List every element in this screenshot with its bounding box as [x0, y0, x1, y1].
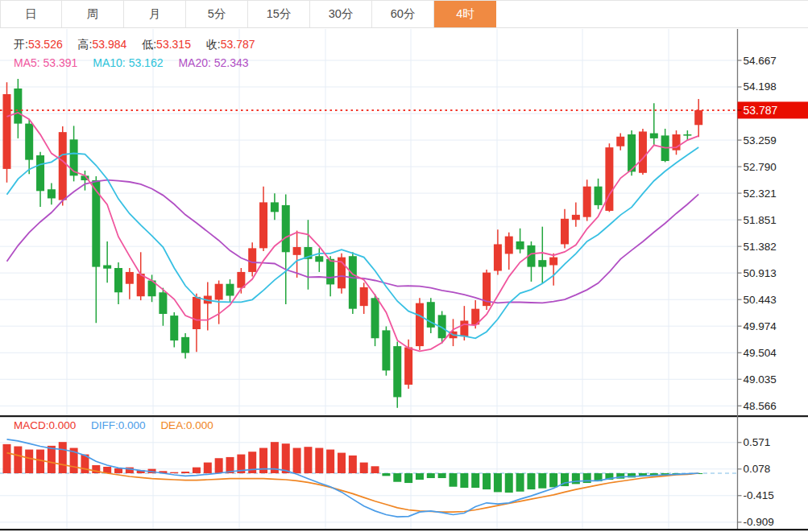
candle-body: [494, 244, 502, 270]
low-label: 低:: [142, 38, 156, 51]
candle-body: [114, 268, 122, 292]
candle-body: [360, 287, 368, 306]
candle-body: [683, 134, 691, 136]
ma5-value: 53.391: [44, 56, 78, 69]
macd-value: 0.000: [49, 419, 77, 431]
macd-axis-labels: 0.5710.078-0.415-0.909: [738, 436, 774, 528]
macd-bar: [59, 442, 67, 473]
candle-body: [371, 298, 379, 338]
candle-body: [126, 272, 134, 284]
ma10-label: MA10:: [93, 56, 125, 69]
macd-bar: [114, 468, 122, 473]
candle-body: [404, 348, 412, 385]
candle-body: [3, 94, 11, 169]
candle-body: [349, 256, 357, 308]
macd-bar: [471, 473, 479, 488]
chart-canvas[interactable]: 54.66754.19853.25952.79052.32151.85151.3…: [0, 0, 808, 532]
candle-body: [315, 256, 323, 262]
macd-bar: [282, 443, 290, 473]
macd-bar: [404, 473, 412, 483]
candle-body: [516, 241, 524, 250]
candle-body: [572, 215, 580, 220]
candle-body: [650, 134, 658, 138]
macd-bar: [494, 473, 502, 492]
ma5-line: [7, 113, 699, 352]
candle-body: [595, 187, 603, 205]
ma20-value: 52.343: [214, 56, 249, 69]
price-tick-label: 50.443: [744, 294, 777, 306]
candle-body: [326, 259, 334, 285]
candle-body: [616, 137, 624, 146]
macd-tick-label: -0.415: [744, 489, 774, 501]
macd-bar: [48, 446, 56, 473]
candle-body: [393, 346, 401, 397]
price-tick-label: 49.504: [744, 347, 777, 359]
macd-bar: [538, 473, 546, 489]
open-value: 53.526: [28, 38, 63, 51]
macd-bar: [416, 473, 424, 480]
candle-body: [226, 284, 234, 296]
price-tick-label: 51.851: [744, 214, 777, 226]
macd-bar: [181, 472, 189, 473]
macd-bar: [382, 473, 390, 476]
macd-bar: [505, 473, 513, 493]
macd-bar: [25, 450, 33, 473]
macd-bar: [193, 468, 201, 473]
macd-bar: [371, 466, 379, 473]
candle-body: [416, 303, 424, 346]
candle-body: [271, 202, 279, 212]
candle-body: [159, 292, 167, 314]
candle-body: [25, 124, 33, 160]
ma20-label: MA20:: [178, 56, 210, 69]
candle-body: [70, 139, 78, 175]
ohlc-legend: 开:53.526 高:53.984 低:53.315 收:53.787: [14, 38, 255, 52]
price-tick-label: 48.566: [744, 400, 777, 412]
macd-bar: [572, 473, 580, 484]
macd-legend: MACD:0.000 DIFF:0.000 DEA:0.000: [14, 419, 213, 431]
price-tick-label: 51.382: [744, 241, 777, 253]
candle-body: [282, 205, 290, 252]
close-label: 收:: [206, 38, 221, 51]
macd-bar: [3, 444, 11, 473]
candle-body: [460, 320, 468, 336]
macd-bar: [170, 472, 178, 473]
macd-bar: [549, 473, 557, 487]
macd-tick-label: 0.078: [744, 463, 771, 475]
macd-tick-label: 0.571: [744, 436, 771, 448]
macd-bar: [315, 448, 323, 473]
price-tick-label: 53.259: [744, 134, 777, 146]
macd-bar: [438, 473, 446, 478]
macd-bar: [427, 473, 435, 478]
candle-body: [181, 337, 189, 353]
price-tick-label: 52.790: [744, 161, 777, 173]
macd-bar: [338, 453, 346, 473]
macd-bar: [360, 463, 368, 473]
candle-body: [505, 237, 513, 254]
macd-bar: [326, 450, 334, 473]
macd-bar: [483, 473, 491, 489]
candle-body: [382, 330, 390, 370]
high-value: 53.984: [93, 38, 127, 51]
price-tick-label: 49.035: [744, 373, 777, 386]
macd-bar: [393, 473, 401, 482]
current-price-tag: 53.787: [738, 101, 808, 118]
candle-body: [59, 132, 67, 200]
price-tick-label: 49.974: [744, 320, 777, 332]
price-tick-label: 54.198: [744, 80, 777, 93]
panel-separator: [0, 415, 808, 417]
diff-label: DIFF:: [91, 419, 118, 431]
candle-body: [215, 284, 223, 300]
macd-bar: [293, 448, 301, 473]
candle-body: [583, 187, 591, 217]
candle-body: [561, 219, 569, 245]
high-label: 高:: [78, 38, 93, 51]
price-tick-label: 52.321: [744, 188, 777, 200]
macd-bar: [349, 456, 357, 473]
bottom-border: [0, 529, 808, 530]
candles-layer: [3, 79, 703, 408]
candle-body: [549, 258, 557, 266]
candle-body: [248, 248, 256, 272]
low-value: 53.315: [156, 38, 191, 51]
ma-legend: MA5: 53.391 MA10: 53.162 MA20: 52.343: [14, 56, 249, 69]
candle-body: [293, 247, 301, 255]
